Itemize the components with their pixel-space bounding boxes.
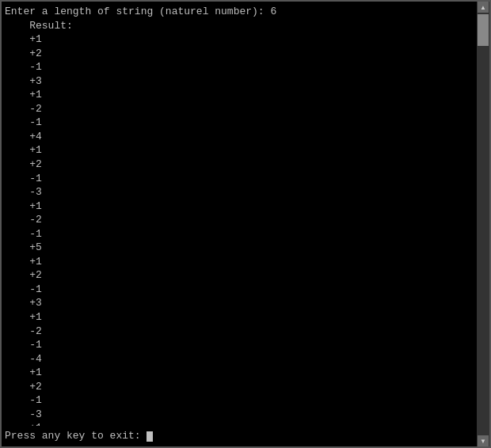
scrollbar[interactable]: ▲ ▼	[477, 2, 489, 446]
scrollbar-arrow-up[interactable]: ▲	[478, 2, 489, 13]
terminal-output: Enter a length of string (naturel number…	[2, 2, 489, 426]
cursor-blink	[147, 431, 153, 442]
terminal-exit-prompt: Press any key to exit:	[2, 426, 489, 446]
scrollbar-thumb[interactable]	[478, 14, 489, 46]
scrollbar-arrow-down[interactable]: ▼	[478, 435, 489, 446]
exit-prompt-text: Press any key to exit:	[5, 430, 147, 442]
terminal-window: ▲ ▼ Enter a length of string (naturel nu…	[0, 0, 491, 448]
